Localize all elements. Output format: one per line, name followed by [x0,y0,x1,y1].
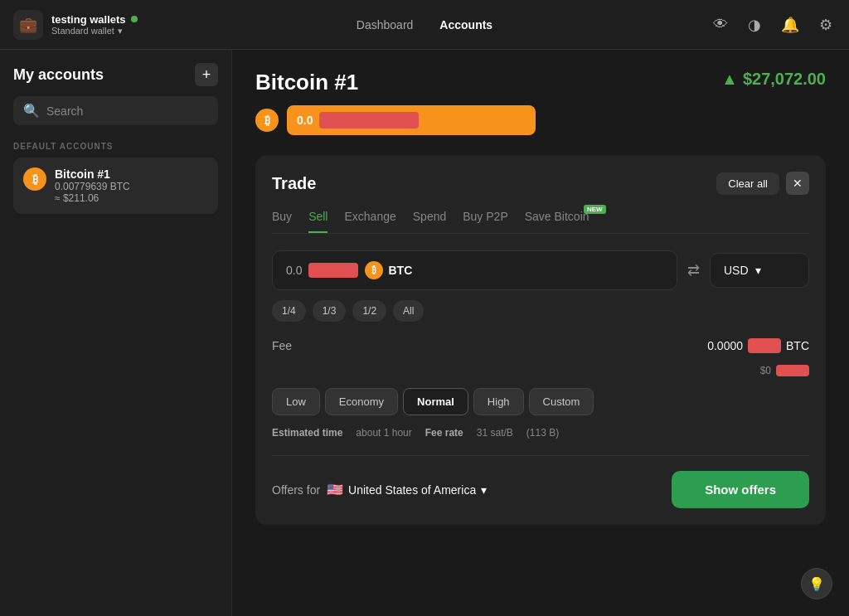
search-box[interactable]: 🔍 [13,96,218,125]
trade-header: Trade Clear all ✕ [272,172,809,195]
nav-links: Dashboard Accounts [179,18,670,32]
brand-text: testing wallets Standard wallet ▾ [51,13,138,36]
country-flag-icon: 🇺🇸 [327,482,343,497]
account-info: Bitcoin #1 0.00779639 BTC ≈ $211.06 [55,167,130,204]
tab-buy-p2p[interactable]: Buy P2P [463,210,507,233]
main-content: Bitcoin #1 ▲ $27,072.00 ₿ 0.0 Trade Clea… [232,50,849,616]
offers-row: Offers for 🇺🇸 United States of America ▾… [272,455,809,508]
balance-redacted [319,112,419,129]
fee-redacted [748,338,781,353]
country-dropdown-icon: ▾ [481,483,487,497]
account-usd: ≈ $211.06 [55,192,130,204]
fee-usd-redacted [776,365,809,376]
account-header: Bitcoin #1 ▲ $27,072.00 [255,70,826,95]
fee-normal-button[interactable]: Normal [403,388,468,415]
fee-high-button[interactable]: High [473,388,524,415]
fee-rate-label: Fee rate [425,427,463,439]
add-account-button[interactable]: + [195,63,218,86]
estimated-row: Estimated time about 1 hour Fee rate 31 … [272,427,809,439]
sidebar-title: My accounts [13,66,104,84]
amount-input-row: 0.0 ₿ BTC ⇄ USD ▾ [272,250,809,290]
account-title: Bitcoin #1 [255,70,358,95]
nav-actions: 👁 ◑ 🔔 ⚙ [670,12,836,37]
btc-currency-icon: ₿ [365,261,383,279]
fraction-all-button[interactable]: All [393,300,424,322]
account-item-bitcoin1[interactable]: ₿ Bitcoin #1 0.00779639 BTC ≈ $211.06 [13,158,218,214]
eye-icon-button[interactable]: 👁 [710,12,731,36]
price-arrow-up-icon: ▲ [721,70,738,89]
fee-rate-value: 31 sat/B [477,427,513,439]
balance-bar-container: ₿ 0.0 [255,105,826,135]
account-price: ▲ $27,072.00 [721,70,826,89]
tab-sell[interactable]: Sell [308,210,327,233]
tab-spend[interactable]: Spend [413,210,446,233]
brand-sub[interactable]: Standard wallet ▾ [51,26,138,36]
trade-tabs: Buy Sell Exchange Spend Buy P2P Save Bit… [272,210,809,234]
offers-label: Offers for 🇺🇸 United States of America ▾ [272,482,487,497]
section-label: DEFAULT ACCOUNTS [13,142,218,151]
account-name: Bitcoin #1 [55,167,130,181]
fee-row: Fee 0.0000 BTC [272,338,809,353]
search-icon: 🔍 [23,103,40,119]
fraction-third-button[interactable]: 1/3 [313,300,347,322]
tab-save-bitcoin[interactable]: Save Bitcoin NEW [525,210,589,233]
fee-custom-button[interactable]: Custom [529,388,594,415]
close-trade-button[interactable]: ✕ [786,172,809,195]
btc-balance-icon: ₿ [255,109,279,132]
fee-economy-button[interactable]: Economy [325,388,398,415]
estimated-time-label: Estimated time [272,427,342,439]
fraction-row: 1/4 1/3 1/2 All [272,300,809,322]
dropdown-arrow-icon: ▾ [755,264,761,277]
swap-icon[interactable]: ⇄ [687,261,700,279]
fee-value: 0.0000 BTC [707,338,809,353]
show-offers-button[interactable]: Show offers [672,471,809,508]
amount-input-wrap: 0.0 ₿ BTC [272,250,677,290]
tab-exchange[interactable]: Exchange [344,210,395,233]
settings-icon-button[interactable]: ⚙ [816,12,836,37]
fee-buttons: Low Economy Normal High Custom [272,388,809,415]
main-layout: My accounts + 🔍 DEFAULT ACCOUNTS ₿ Bitco… [0,50,849,616]
help-button[interactable]: 💡 [801,568,832,599]
trade-header-actions: Clear all ✕ [716,172,809,195]
new-badge: NEW [584,205,606,214]
sidebar-header: My accounts + [13,63,218,86]
amount-redacted [308,263,358,278]
country-name: United States of America [348,483,476,497]
bell-icon-button[interactable]: 🔔 [778,12,803,37]
fee-usd-row: $0 [272,365,809,376]
nav-accounts[interactable]: Accounts [439,18,492,32]
currency-to-select[interactable]: USD ▾ [710,253,809,288]
clear-all-button[interactable]: Clear all [716,172,779,195]
currency-from-tag: ₿ BTC [365,261,412,279]
offers-country-selector[interactable]: 🇺🇸 United States of America ▾ [327,482,487,497]
estimated-time-value: about 1 hour [356,427,411,439]
fee-size: (113 B) [526,427,559,439]
status-dot [131,16,138,22]
trade-title: Trade [272,174,316,193]
balance-bar: 0.0 [287,105,536,135]
top-navigation: 💼 testing wallets Standard wallet ▾ Dash… [0,0,849,50]
nav-dashboard[interactable]: Dashboard [357,18,414,32]
sidebar: My accounts + 🔍 DEFAULT ACCOUNTS ₿ Bitco… [0,50,232,616]
brand-area: 💼 testing wallets Standard wallet ▾ [13,10,179,40]
brand-name: testing wallets [51,13,138,26]
account-btc: 0.00779639 BTC [55,181,130,192]
fraction-quarter-button[interactable]: 1/4 [272,300,306,322]
trade-card: Trade Clear all ✕ Buy Sell Exchange Spen… [255,155,826,525]
fraction-half-button[interactable]: 1/2 [352,300,386,322]
brand-icon: 💼 [13,10,43,40]
fee-label: Fee [272,339,292,352]
fee-low-button[interactable]: Low [272,388,320,415]
btc-icon: ₿ [23,167,46,191]
search-input[interactable] [46,104,208,118]
tab-buy[interactable]: Buy [272,210,292,233]
contrast-icon-button[interactable]: ◑ [745,12,764,37]
